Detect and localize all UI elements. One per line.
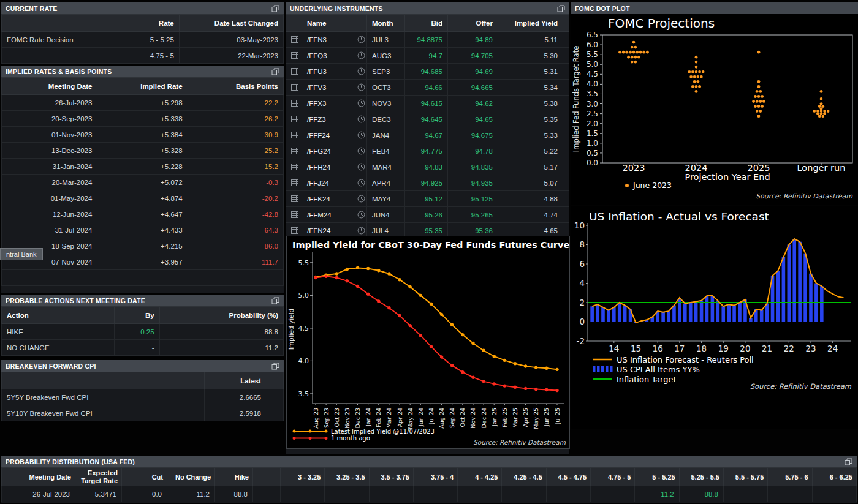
table-row[interactable]: 01-Nov-2023+5.38430.9 xyxy=(2,127,284,143)
column-header-3-3-25[interactable]: 3 - 3.25 xyxy=(281,468,325,486)
column-header-bid[interactable]: Bid xyxy=(405,15,448,32)
clock-icon[interactable] xyxy=(352,111,367,127)
table-row[interactable]: 31-Jan-2024+5.22815.2 xyxy=(2,159,284,175)
meeting-date: 01-Nov-2023 xyxy=(2,127,97,143)
table-row[interactable] xyxy=(2,270,284,286)
column-header-3-25-3-5[interactable]: 3.25 - 3.5 xyxy=(325,468,369,486)
table-row[interactable]: /FFJ24APR494.92594.9355.07 xyxy=(286,175,569,191)
column-header-meeting-date[interactable]: Meeting Date xyxy=(2,78,97,95)
clock-icon[interactable] xyxy=(352,207,367,223)
range-prob xyxy=(369,486,413,502)
table-row[interactable]: 5Y5Y Breakeven Fwd CPI2.6665 xyxy=(2,389,284,405)
instrument-grid-icon[interactable] xyxy=(286,96,302,111)
table-row[interactable]: 4.75 - 522-Mar-2023 xyxy=(2,48,284,64)
table-row[interactable]: /FFZ3DEC394.64594.655.35 xyxy=(286,111,569,127)
table-row[interactable]: /FFG24FEB494.77594.785.22 xyxy=(286,143,569,159)
column-header-4-5-4-75[interactable]: 4.5 - 4.75 xyxy=(546,468,590,486)
table-row[interactable]: 12-Jun-2024+4.647-42.8 xyxy=(2,206,284,222)
popout-icon[interactable] xyxy=(271,363,279,370)
column-header-4-75-5[interactable]: 4.75 - 5 xyxy=(591,468,635,486)
table-row[interactable]: /FFF24JAN494.6794.6755.33 xyxy=(286,127,569,143)
column-header-cut[interactable]: Cut xyxy=(122,468,167,486)
instrument-grid-icon[interactable] xyxy=(286,32,302,48)
instrument-grid-icon[interactable] xyxy=(286,127,302,143)
popout-icon[interactable] xyxy=(271,68,279,75)
table-row[interactable]: /FFM24JUN495.2695.2654.74 xyxy=(286,207,569,223)
column-header-date-last-changed[interactable]: Date Last Changed xyxy=(179,15,283,32)
clock-icon[interactable] xyxy=(352,80,367,96)
table-row[interactable]: /FFX3NOV394.61594.625.38 xyxy=(286,96,569,111)
instrument-grid-icon[interactable] xyxy=(286,48,302,64)
column-header-implied-yield[interactable]: Implied Yield xyxy=(498,15,569,32)
column-header-3-5-3-75[interactable]: 3.5 - 3.75 xyxy=(369,468,413,486)
column-header-4-25-4-5[interactable]: 4.25 - 4.5 xyxy=(502,468,546,486)
implied-yield-chart-window[interactable]: Implied Yield for CBoT 30-Day Fed Funds … xyxy=(286,236,570,449)
instrument-grid-icon[interactable] xyxy=(286,175,302,191)
column-header-basis-points[interactable]: Basis Points xyxy=(188,78,283,95)
svg-text:Feb 24: Feb 24 xyxy=(375,408,382,427)
table-row[interactable]: FOMC Rate Decision5 - 5.2503-May-2023 xyxy=(2,32,284,48)
table-row[interactable]: /FFQ3AUG394.794.7055.30 xyxy=(286,48,569,64)
table-row[interactable]: NO CHANGE-11.2 xyxy=(2,340,284,356)
clock-icon[interactable] xyxy=(352,64,367,80)
clock-icon[interactable] xyxy=(352,48,367,64)
instrument-name: /FFH24 xyxy=(302,159,352,175)
clock-icon[interactable] xyxy=(352,32,367,48)
column-header-hike[interactable]: Hike xyxy=(215,468,253,486)
instrument-grid-icon[interactable] xyxy=(286,207,302,223)
column-header-probability-[interactable]: Probability (%) xyxy=(159,307,283,324)
column-header-latest[interactable]: Latest xyxy=(205,372,284,389)
table-row[interactable]: 13-Dec-2023+5.32825.2 xyxy=(2,143,284,159)
table-row[interactable]: 20-Mar-2024+5.072-0.3 xyxy=(2,175,284,190)
column-header-3-75-4[interactable]: 3.75 - 4 xyxy=(413,468,457,486)
column-header-implied-rate[interactable]: Implied Rate xyxy=(97,78,188,95)
table-row[interactable]: /FFK24MAY495.1295.1254.88 xyxy=(286,191,569,207)
clock-icon[interactable] xyxy=(352,143,367,159)
instrument-grid-icon[interactable] xyxy=(286,80,302,96)
popout-icon[interactable] xyxy=(271,5,279,12)
column-header-action[interactable]: Action xyxy=(2,307,115,324)
column-header-4-4-25[interactable]: 4 - 4.25 xyxy=(458,468,502,486)
column-header-name[interactable]: Name xyxy=(302,15,352,32)
column-header-no-change[interactable]: No Change xyxy=(167,468,215,486)
table-row[interactable]: 26-Jul-2023+5.29822.2 xyxy=(2,95,284,111)
table-row[interactable]: 5Y10Y Breakeven Fwd CPI2.5918 xyxy=(2,405,284,421)
table-row[interactable]: /FFH24MAR494.8394.8355.17 xyxy=(286,159,569,175)
column-header-offer[interactable]: Offer xyxy=(448,15,498,32)
instrument-grid-icon[interactable] xyxy=(286,143,302,159)
column-header-expected-target-rate[interactable]: Expected Target Rate xyxy=(75,468,122,486)
column-header-by[interactable]: By xyxy=(115,307,160,324)
column-header-5-25-5-5[interactable]: 5.25 - 5.5 xyxy=(679,468,723,486)
instrument-grid-icon[interactable] xyxy=(286,64,302,80)
table-row[interactable]: 18-Sep-2024+4.215-86.0 xyxy=(2,238,284,254)
table-row[interactable]: 07-Nov-2024+3.957-111.7 xyxy=(2,254,284,270)
table-row[interactable]: 01-May-2024+4.874-20.2 xyxy=(2,190,284,206)
clock-icon[interactable] xyxy=(352,175,367,191)
instrument-grid-icon[interactable] xyxy=(286,191,302,207)
clock-icon[interactable] xyxy=(352,159,367,175)
column-header-empty xyxy=(286,15,302,32)
popout-icon[interactable] xyxy=(557,5,565,12)
popout-icon[interactable] xyxy=(845,458,852,465)
table-row[interactable]: /FFV3OCT394.6694.6655.34 xyxy=(286,80,569,96)
popout-icon[interactable] xyxy=(271,297,279,304)
column-header-month[interactable]: Month xyxy=(367,15,405,32)
table-row[interactable]: HIKE0.2588.8 xyxy=(2,324,284,340)
clock-icon[interactable] xyxy=(352,96,367,111)
instrument-grid-icon[interactable] xyxy=(286,111,302,127)
table-row[interactable]: /FFU3SEP394.68594.695.31 xyxy=(286,64,569,80)
column-header-6-6-25[interactable]: 6 - 6.25 xyxy=(812,468,856,486)
clock-icon[interactable] xyxy=(352,191,367,207)
column-header-meeting-date[interactable]: Meeting Date xyxy=(2,468,75,486)
clock-icon[interactable] xyxy=(352,127,367,143)
column-header-5-75-6[interactable]: 5.75 - 6 xyxy=(768,468,812,486)
column-header-5-5-5-75[interactable]: 5.5 - 5.75 xyxy=(723,468,767,486)
table-row[interactable]: 26-Jul-20235.34710.011.288.811.288.8 xyxy=(2,486,857,502)
table-row[interactable]: /FFN3JUL394.887594.895.11 xyxy=(286,32,569,48)
table-row[interactable]: 20-Sep-2023+5.33826.2 xyxy=(2,111,284,127)
table-row[interactable]: 31-Jul-2024+4.433-64.3 xyxy=(2,222,284,238)
bid: 94.775 xyxy=(405,143,448,159)
column-header-5-5-25[interactable]: 5 - 5.25 xyxy=(635,468,679,486)
instrument-grid-icon[interactable] xyxy=(286,159,302,175)
column-header-rate[interactable]: Rate xyxy=(120,15,180,32)
